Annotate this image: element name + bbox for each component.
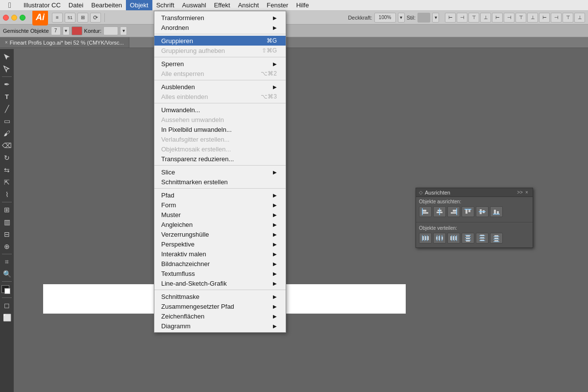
toolbar-align-7[interactable]: ⊤ [515, 13, 526, 23]
dist-bottom-btn[interactable] [490, 233, 503, 244]
stil-arrow[interactable]: ▾ [432, 13, 439, 23]
tool-shape-build[interactable]: ⊕ [1, 241, 13, 252]
menubar-app[interactable]: Illustrator CC [20, 0, 65, 10]
dist-center-v-btn[interactable] [476, 233, 489, 244]
menu-alles-einblenden[interactable]: Alles einblenden ⌥⌘3 [154, 92, 286, 101]
toolbar-align-10[interactable]: ⊣ [551, 13, 562, 23]
toolbar-align-2[interactable]: ⊣ [457, 13, 467, 23]
menu-schnittmaske[interactable]: Schnittmaske ▶ [154, 292, 286, 301]
panel-close-btn[interactable]: × [524, 190, 530, 196]
align-top-btn[interactable] [462, 206, 474, 217]
tool-line[interactable]: ╱ [1, 103, 13, 115]
menu-alle-entsperren[interactable]: Alle entsperren ⌥⌘2 [154, 69, 286, 78]
document-tab[interactable]: × Fineart Profis Logo.ai* bei 52 % (CMYK… [0, 37, 129, 48]
dist-left-btn[interactable] [419, 233, 432, 244]
menu-bildnachzeichner[interactable]: Bildnachzeichner ▶ [154, 259, 286, 269]
tool-pen[interactable]: ✒ [1, 78, 13, 90]
menu-gruppierung-aufheben[interactable]: Gruppierung aufheben ⇧⌘G [154, 46, 286, 55]
toolbar-icon-3[interactable]: ⊞ [77, 13, 88, 23]
menubar-schrift[interactable]: Schrift [152, 0, 178, 10]
kontur-arrow[interactable]: ▾ [120, 26, 127, 35]
tool-gradient[interactable]: ▥ [1, 216, 13, 228]
menu-in-pixelbild[interactable]: In Pixelbild umwandeln... [154, 124, 286, 134]
panel-collapse-icon[interactable]: ◇ [419, 190, 423, 195]
menu-umwandeln[interactable]: Umwandeln... [154, 105, 286, 115]
menu-sperren[interactable]: Sperren ▶ [154, 59, 286, 69]
dist-center-h-btn[interactable] [433, 233, 446, 244]
close-button[interactable] [3, 15, 9, 21]
menu-line-sketch[interactable]: Line-and-Sketch-Grafik ▶ [154, 278, 286, 288]
maximize-button[interactable] [20, 15, 25, 21]
menu-form[interactable]: Form ▶ [154, 200, 286, 210]
toolbar-icon-1[interactable]: ≡ [52, 13, 63, 23]
tool-mesh[interactable]: ⊟ [1, 228, 13, 240]
tool-rect[interactable]: ▭ [1, 115, 13, 127]
tool-screen-mode[interactable]: ⬜ [1, 312, 13, 323]
menu-angleichen[interactable]: Angleichen ▶ [154, 220, 286, 229]
tool-warp[interactable]: ⌇ [1, 189, 13, 200]
menu-transparenz[interactable]: Transparenz reduzieren... [154, 154, 286, 164]
fill-stroke-colors[interactable] [1, 285, 12, 296]
dist-right-btn[interactable] [447, 233, 460, 244]
align-bottom-btn[interactable] [490, 206, 503, 217]
menu-transformieren[interactable]: Transformieren ▶ [154, 13, 286, 23]
menu-diagramm[interactable]: Diagramm ▶ [154, 321, 286, 331]
gemischte-arrow[interactable]: ▾ [63, 26, 70, 35]
toolbar-align-1[interactable]: ⊢ [445, 13, 456, 23]
menu-textumfluss[interactable]: Textumfluss ▶ [154, 269, 286, 278]
menu-schnittmarken[interactable]: Schnittmarken erstellen [154, 177, 286, 187]
menu-aussehen-umwandeln[interactable]: Aussehen umwandeln [154, 115, 286, 124]
toolbar-icon-4[interactable]: ⟳ [90, 13, 101, 23]
dist-top-btn[interactable] [462, 233, 474, 244]
tool-select[interactable] [1, 51, 13, 63]
menu-muster[interactable]: Muster ▶ [154, 210, 286, 220]
gemischte-value[interactable]: 7 [51, 26, 61, 35]
kontur-value[interactable] [103, 26, 118, 35]
minimize-button[interactable] [11, 15, 17, 21]
toolbar-align-3[interactable]: ⊤ [468, 13, 479, 23]
tool-paint[interactable]: 🖌 [1, 127, 13, 139]
toolbar-align-8[interactable]: ⊥ [527, 13, 538, 23]
panel-expand-btn[interactable]: >> [517, 190, 523, 196]
stil-value[interactable] [417, 13, 430, 23]
toolbar-align-4[interactable]: ⊥ [480, 13, 491, 23]
menu-zeichenflachen[interactable]: Zeichenflächen ▶ [154, 311, 286, 321]
menu-slice[interactable]: Slice ▶ [154, 167, 286, 177]
menubar-fenster[interactable]: Fenster [263, 0, 292, 10]
menubar-hilfe[interactable]: Hilfe [292, 0, 313, 10]
tool-zoom[interactable]: 🔍 [1, 268, 13, 280]
tool-scale[interactable]: ⇱ [1, 176, 13, 188]
align-center-h-btn[interactable] [433, 206, 446, 217]
menubar-ansicht[interactable]: Ansicht [234, 0, 263, 10]
menubar-datei[interactable]: Datei [65, 0, 87, 10]
deckkraft-value[interactable]: 100% [374, 13, 396, 23]
tool-mirror[interactable]: ⇆ [1, 164, 13, 176]
menu-verzerrungshulle[interactable]: Verzerrungshülle ▶ [154, 229, 286, 239]
menubar-auswahl[interactable]: Auswahl [178, 0, 210, 10]
toolbar-align-9[interactable]: ⊢ [539, 13, 550, 23]
menubar-bearbeiten[interactable]: Bearbeiten [87, 0, 126, 10]
menubar-effekt[interactable]: Effekt [210, 0, 234, 10]
toolbar-align-6[interactable]: ⊣ [504, 13, 514, 23]
tool-direct-select[interactable] [1, 63, 13, 75]
toolbar-align-5[interactable]: ⊢ [492, 13, 503, 23]
tool-rotate[interactable]: ↻ [1, 152, 13, 164]
toolbar-icon-2[interactable]: 51 [65, 13, 75, 23]
color-btn[interactable] [72, 26, 82, 35]
tool-column[interactable]: ⊞ [1, 204, 13, 216]
align-center-v-btn[interactable] [476, 206, 489, 217]
menu-verlaufsgitter[interactable]: Verlaufsgitter erstellen... [154, 134, 286, 144]
menu-anordnen[interactable]: Anordnen ▶ [154, 23, 286, 32]
menu-zusammengesetzter-pfad[interactable]: Zusammengesetzter Pfad ▶ [154, 301, 286, 311]
menu-pfad[interactable]: Pfad ▶ [154, 190, 286, 200]
tool-eraser[interactable]: ⌫ [1, 140, 13, 151]
align-right-btn[interactable] [447, 206, 460, 217]
menu-objektmosaik[interactable]: Objektmosaik erstellen... [154, 144, 286, 154]
tool-type[interactable]: T [1, 91, 13, 102]
tool-slice[interactable]: ⌗ [1, 256, 13, 268]
apple-menu[interactable]:  [0, 1, 20, 10]
toolbar-align-11[interactable]: ⊤ [563, 13, 573, 23]
tab-close-icon[interactable]: × [5, 40, 8, 45]
deckkraft-arrow[interactable]: ▾ [398, 13, 405, 23]
toolbar-align-12[interactable]: ⊥ [574, 13, 585, 23]
